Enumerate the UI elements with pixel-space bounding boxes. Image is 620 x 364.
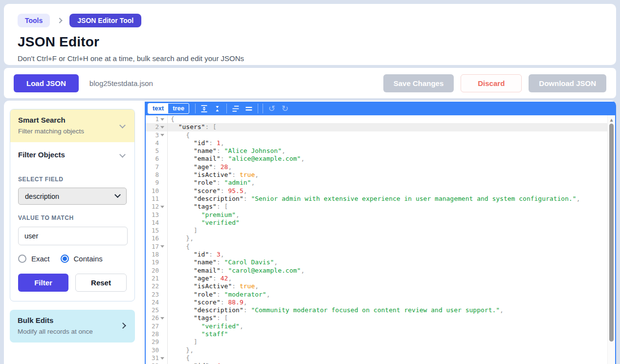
smart-search-section[interactable]: Smart Search Filter matching objects bbox=[10, 109, 134, 142]
redo-icon[interactable]: ↻ bbox=[279, 103, 291, 114]
line-code[interactable]: "staff" bbox=[167, 330, 228, 338]
line-code[interactable]: "score": 88.9, bbox=[167, 299, 247, 306]
line-code[interactable]: "email": "carol@example.com", bbox=[167, 267, 305, 275]
editor-line[interactable]: 4 "id": 1, bbox=[146, 139, 607, 147]
download-json-button[interactable]: Download JSON bbox=[529, 74, 606, 92]
line-code[interactable]: "description": "Senior admin with extens… bbox=[167, 195, 580, 203]
editor-line[interactable]: 15 ] bbox=[146, 227, 607, 235]
line-code[interactable]: "id": 1, bbox=[167, 139, 224, 147]
contains-radio[interactable] bbox=[61, 255, 69, 263]
line-gutter: 6 bbox=[146, 155, 167, 163]
line-code[interactable]: "score": 95.5, bbox=[167, 187, 247, 195]
line-code[interactable]: "name": "Carol Davis", bbox=[167, 258, 278, 266]
line-code[interactable]: "verified" bbox=[167, 219, 240, 227]
breadcrumb-tools-link[interactable]: Tools bbox=[18, 14, 50, 27]
fold-chevron-icon[interactable] bbox=[159, 124, 166, 130]
mode-tab-tree[interactable]: tree bbox=[168, 104, 189, 113]
editor-line[interactable]: 28 "staff" bbox=[146, 330, 607, 338]
save-changes-button[interactable]: Save Changes bbox=[383, 74, 454, 92]
discard-button[interactable]: Discard bbox=[461, 74, 522, 92]
line-code[interactable]: "age": 42, bbox=[167, 275, 232, 282]
fold-chevron-icon[interactable] bbox=[159, 355, 166, 362]
scroll-up-arrow-icon[interactable]: ▲ bbox=[608, 115, 615, 122]
exact-radio[interactable] bbox=[18, 255, 26, 263]
editor-line[interactable]: 24 "score": 88.9, bbox=[146, 299, 607, 306]
line-code[interactable]: { bbox=[167, 354, 190, 362]
fold-chevron-icon[interactable] bbox=[159, 204, 166, 210]
line-code[interactable]: "role": "admin", bbox=[167, 179, 255, 187]
editor-line[interactable]: 23 "role": "moderator", bbox=[146, 291, 607, 299]
editor-line[interactable]: 22 "isActive": true, bbox=[146, 282, 607, 290]
line-code[interactable]: }, bbox=[167, 235, 194, 242]
line-code[interactable]: { bbox=[167, 131, 190, 139]
fold-chevron-icon[interactable] bbox=[159, 132, 166, 138]
editor-line[interactable]: 14 "verified" bbox=[146, 219, 607, 227]
exact-radio-label[interactable]: Exact bbox=[31, 255, 50, 263]
editor-line[interactable]: 2 "users": [ bbox=[146, 123, 607, 131]
line-code[interactable]: ] bbox=[167, 338, 198, 346]
line-code[interactable]: "role": "moderator", bbox=[167, 291, 270, 299]
editor-line[interactable]: 32 "id": 4, bbox=[146, 362, 607, 364]
sort-lines-icon[interactable] bbox=[230, 103, 242, 114]
fold-chevron-icon[interactable] bbox=[159, 243, 166, 250]
editor-line[interactable]: 3 { bbox=[146, 131, 607, 139]
editor-line[interactable]: 5 "name": "Alice Johnson", bbox=[146, 147, 607, 155]
editor-line[interactable]: 1{ bbox=[146, 115, 607, 123]
line-code[interactable]: "isActive": true, bbox=[167, 282, 259, 290]
line-code[interactable]: "name": "Alice Johnson", bbox=[167, 147, 286, 155]
value-to-match-input[interactable] bbox=[18, 227, 128, 245]
reset-button[interactable]: Reset bbox=[75, 274, 127, 292]
line-code[interactable]: "tags": [ bbox=[167, 203, 228, 211]
editor-line[interactable]: 26 "tags": [ bbox=[146, 314, 607, 322]
editor-line[interactable]: 31 { bbox=[146, 354, 607, 362]
line-code[interactable]: "id": 4, bbox=[167, 362, 224, 364]
mode-tab-text[interactable]: text bbox=[148, 104, 168, 113]
editor-line[interactable]: 17 { bbox=[146, 243, 607, 251]
editor-line[interactable]: 25 "description": "Community moderator f… bbox=[146, 306, 607, 314]
collapse-all-icon[interactable] bbox=[212, 103, 223, 114]
compact-icon[interactable] bbox=[243, 103, 255, 114]
scrollbar-thumb[interactable] bbox=[609, 124, 614, 342]
editor-line[interactable]: 12 "tags": [ bbox=[146, 203, 607, 211]
editor-lines[interactable]: 1{2 "users": [3 {4 "id": 1,5 "name": "Al… bbox=[146, 115, 607, 364]
editor-line[interactable]: 11 "description": "Senior admin with ext… bbox=[146, 195, 607, 203]
line-code[interactable]: "verified", bbox=[167, 322, 244, 330]
load-json-button[interactable]: Load JSON bbox=[14, 74, 79, 92]
line-code[interactable]: "email": "alice@example.com", bbox=[167, 155, 305, 163]
line-code[interactable]: { bbox=[167, 243, 190, 251]
editor-line[interactable]: 7 "age": 28, bbox=[146, 163, 607, 171]
undo-icon[interactable]: ↺ bbox=[266, 103, 278, 114]
editor-scrollbar[interactable]: ▲ bbox=[607, 115, 615, 364]
editor-line[interactable]: 20 "email": "carol@example.com", bbox=[146, 267, 607, 275]
editor-line[interactable]: 6 "email": "alice@example.com", bbox=[146, 155, 607, 163]
fold-chevron-icon[interactable] bbox=[159, 116, 166, 123]
editor-line[interactable]: 30 }, bbox=[146, 346, 607, 354]
line-code[interactable]: "id": 3, bbox=[167, 251, 224, 258]
editor-line[interactable]: 18 "id": 3, bbox=[146, 251, 607, 258]
fold-chevron-icon[interactable] bbox=[159, 315, 166, 321]
contains-radio-label[interactable]: Contains bbox=[74, 255, 103, 263]
line-code[interactable]: "tags": [ bbox=[167, 314, 228, 322]
field-select[interactable]: description bbox=[18, 188, 127, 205]
line-code[interactable]: { bbox=[167, 115, 175, 123]
line-code[interactable]: "description": "Community moderator focu… bbox=[167, 306, 504, 314]
line-code[interactable]: "age": 28, bbox=[167, 163, 232, 171]
line-code[interactable]: "users": [ bbox=[167, 123, 217, 131]
filter-objects-section[interactable]: Filter Objects bbox=[10, 142, 134, 166]
editor-line[interactable]: 9 "role": "admin", bbox=[146, 179, 607, 187]
editor-line[interactable]: 29 ] bbox=[146, 338, 607, 346]
line-code[interactable]: ] bbox=[167, 227, 198, 235]
editor-line[interactable]: 10 "score": 95.5, bbox=[146, 187, 607, 195]
line-code[interactable]: "premium", bbox=[167, 211, 240, 219]
bulk-edits-section[interactable]: Bulk Edits Modify all records at once bbox=[10, 310, 135, 343]
editor-line[interactable]: 13 "premium", bbox=[146, 211, 607, 219]
filter-button[interactable]: Filter bbox=[18, 274, 68, 292]
editor-line[interactable]: 19 "name": "Carol Davis", bbox=[146, 258, 607, 266]
editor-line[interactable]: 21 "age": 42, bbox=[146, 275, 607, 282]
expand-all-icon[interactable] bbox=[199, 103, 210, 114]
editor-line[interactable]: 27 "verified", bbox=[146, 322, 607, 330]
line-code[interactable]: "isActive": true, bbox=[167, 171, 259, 179]
editor-line[interactable]: 8 "isActive": true, bbox=[146, 171, 607, 179]
line-code[interactable]: }, bbox=[167, 346, 194, 354]
editor-line[interactable]: 16 }, bbox=[146, 235, 607, 242]
